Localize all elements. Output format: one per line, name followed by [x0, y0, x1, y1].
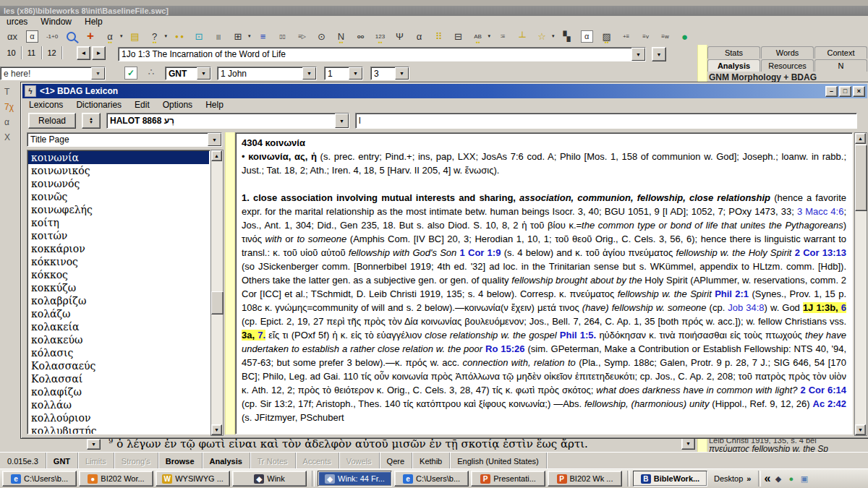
columns-icon[interactable]: ||| — [210, 29, 226, 43]
status-browse[interactable]: Browse — [158, 453, 203, 469]
alpha-subscript-icon[interactable]: αx — [4, 29, 20, 43]
close-button[interactable]: × — [853, 86, 865, 97]
bible-reference-link[interactable]: Job 34:8 — [728, 302, 764, 313]
list-w-icon[interactable]: ≡w — [658, 29, 673, 43]
dropdown-arrow-icon[interactable]: ▾ — [120, 33, 123, 39]
bible-reference-link[interactable]: Ac 2:42 — [813, 398, 847, 409]
menu-urces[interactable]: urces — [0, 17, 34, 27]
book-combo[interactable]: 1 John ▼ — [217, 67, 317, 80]
browse-mini-dropdown[interactable]: ▼ — [87, 439, 101, 450]
verse-combo[interactable]: 3 ▼ — [370, 67, 409, 80]
nav-combo[interactable]: Title Page ▼ — [27, 132, 222, 147]
word-list-item[interactable]: κόκκινος — [28, 255, 209, 268]
word-list-item[interactable]: κολλυβιστής — [28, 424, 209, 435]
verse-dropdown-icon[interactable]: ▼ — [395, 67, 409, 80]
word-list-item[interactable]: κοκκύζω — [28, 281, 209, 294]
chapter-dropdown-icon[interactable]: ▼ — [349, 67, 362, 80]
word-list-item[interactable]: κοιτών — [28, 229, 209, 242]
question-person-icon[interactable]: ? — [147, 29, 163, 43]
lexicon-menu-dictionaries[interactable]: Dictionaries — [69, 100, 128, 110]
chapter-combo[interactable]: 1 ▼ — [324, 67, 363, 80]
word-list-item[interactable]: κολαφίζω — [28, 385, 209, 398]
entry-scroll-thumb[interactable] — [855, 145, 867, 211]
taskbar-presentation[interactable]: PPresentati... — [471, 471, 545, 487]
word-list-item[interactable]: κοινωνός — [28, 177, 209, 190]
bible-reference-link[interactable]: 2 Cor 13:13 — [795, 247, 846, 258]
nav-combo-dropdown-icon[interactable]: ▼ — [208, 133, 221, 146]
word-list-item[interactable]: κοίτη — [28, 216, 209, 229]
dropdown-arrow-icon[interactable]: ▾ — [165, 33, 168, 39]
word-list-item[interactable]: κολακεύω — [28, 333, 209, 346]
verse-tab-11[interactable]: 11 — [22, 46, 42, 59]
signpost-icon[interactable]: ┴ — [514, 29, 530, 43]
lexicon-select-dropdown-icon[interactable]: ▼ — [335, 114, 349, 128]
desktop-chevron-icon[interactable]: » — [746, 474, 751, 483]
tab-analysis[interactable]: Analysis — [707, 59, 760, 72]
lexicon-menu-edit[interactable]: Edit — [128, 100, 156, 110]
status-english-united-states[interactable]: English (United States) — [450, 453, 547, 469]
reload-button[interactable]: Reload — [28, 113, 76, 129]
grid-icon[interactable]: ⊞ — [230, 29, 246, 43]
word-list-item[interactable]: κοινωνία — [28, 151, 209, 164]
taskbar-wink[interactable]: ◆Wink — [232, 471, 307, 487]
word-list-item[interactable]: κόλασις — [28, 346, 209, 359]
minimize-button[interactable]: – — [825, 86, 838, 97]
superscript-toggle-icon[interactable]: -1+0 — [44, 29, 60, 43]
clock-icon[interactable]: ⊙ — [314, 29, 330, 43]
taskbar-ie-1[interactable]: eC:\Users\b... — [2, 471, 77, 487]
tab-resources[interactable]: Resources — [761, 59, 814, 72]
tray-green-icon[interactable]: ● — [786, 474, 796, 484]
word-list-item[interactable]: κολακεία — [28, 320, 209, 333]
verse-extra-dropdown[interactable]: ▼ — [652, 47, 666, 61]
windows-copy-icon[interactable]: ⊡ — [191, 29, 207, 43]
taskbar-ie-2[interactable]: eC:\Users\b... — [394, 471, 469, 487]
tab-words[interactable]: Words — [761, 46, 814, 59]
word-list-item[interactable]: κολλάω — [28, 398, 209, 411]
tray-collapse-icon[interactable]: « — [764, 472, 770, 485]
version-combo[interactable]: GNT ▼ — [165, 67, 211, 80]
verse-tab-12[interactable]: 12 — [42, 46, 62, 59]
bible-reference-link[interactable]: 2 Cor 6:14 — [800, 385, 846, 395]
status-gnt[interactable]: GNT — [46, 453, 78, 469]
bible-reference-link[interactable]: 7. — [258, 330, 265, 341]
picture-icon[interactable]: ▨ — [599, 29, 615, 43]
word-list-item[interactable]: κολλούριον — [28, 411, 209, 424]
add-list-icon[interactable]: +≡ — [618, 29, 634, 43]
ab-parallel-icon[interactable]: AB — [470, 29, 486, 43]
list-blue-icon[interactable]: ≡ — [255, 29, 271, 43]
entry-scroll-up-icon[interactable]: ▲ — [855, 133, 866, 144]
crosshair-icon[interactable]: + — [82, 29, 98, 43]
lexicon-search-input[interactable]: l — [355, 113, 857, 129]
notebook-icon[interactable]: ▤ — [127, 29, 143, 43]
browse-dropdown-button[interactable]: ▼ — [681, 437, 695, 450]
maximize-button[interactable]: □ — [839, 86, 851, 97]
lexicon-menu-help[interactable]: Help — [199, 100, 230, 110]
person-star-icon[interactable]: ☆ — [534, 29, 550, 43]
taskbar-bibleworks[interactable]: BBibleWork... — [633, 471, 707, 487]
dropdown-arrow-icon[interactable]: ▾ — [248, 33, 251, 39]
tray-network-icon[interactable]: ▣ — [799, 474, 809, 484]
alpha-icon[interactable]: α — [412, 29, 427, 43]
verse-tab-10[interactable]: 10 — [1, 46, 22, 59]
prev-tab-button[interactable]: ◄ — [77, 46, 90, 60]
tab-stats[interactable]: Stats — [707, 46, 760, 59]
list-icon[interactable]: ∶≡ — [495, 29, 511, 43]
lexicon-entry-text[interactable]: 4304 κοινωνία • κοινωνία, ας, ἡ (s. prec… — [235, 132, 853, 435]
taskbar-firefox[interactable]: ●BI202 Wor... — [79, 471, 153, 487]
search-icon[interactable] — [67, 32, 76, 41]
bible-reference-link[interactable]: 1 Cor 1:9 — [460, 247, 501, 258]
spinner-button[interactable]: ▲ ▼ — [82, 113, 101, 129]
bible-reference-link[interactable]: Phil 2:1 — [715, 288, 749, 299]
notes-n-icon[interactable]: N — [333, 29, 349, 43]
auto-info-checkbox[interactable]: ✓ — [124, 67, 137, 80]
taskbar-wink-frames[interactable]: ◆Wink: 44 Fr... — [318, 471, 392, 487]
footprints-icon[interactable]: ∴ — [145, 67, 158, 78]
lexicon-word-list[interactable]: κοινωνίακοινωνικόςκοινωνόςκοινῶςκοινωφελ… — [27, 150, 210, 435]
lexicon-menu-options[interactable]: Options — [156, 100, 199, 110]
word-list-item[interactable]: κοινωφελής — [28, 203, 209, 216]
dots-grid-icon[interactable]: ⠿ — [431, 29, 447, 43]
word-list-item[interactable]: κοινωνικός — [28, 164, 209, 177]
list-v-icon[interactable]: ≡v — [638, 29, 654, 43]
status-kethib[interactable]: Kethib — [412, 453, 450, 469]
lexicon-select-combo[interactable]: HALOT 8868 רָע ▼ — [106, 113, 349, 129]
